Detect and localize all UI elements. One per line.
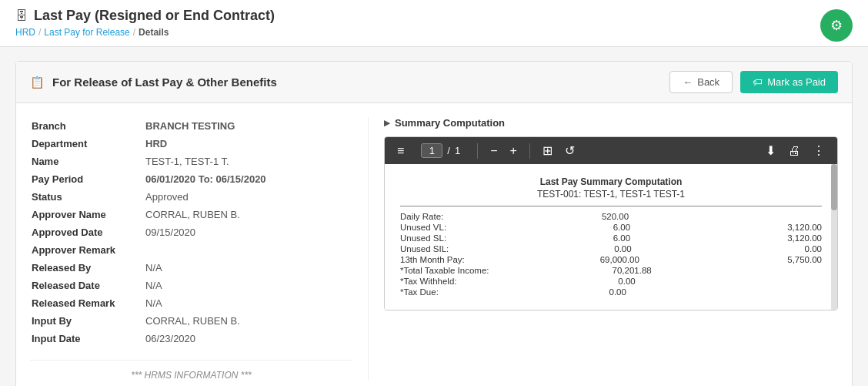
summary-panel: ▶ Summary Computation ≡ 1 / 1 − + [384,117,838,381]
info-key: Name [30,153,138,170]
info-value: BRANCH TESTING [138,117,352,135]
pdf-page-info: 1 / 1 [421,143,460,158]
pdf-doc-subtitle: TEST-001: TEST-1, TEST-1 TEST-1 [400,189,822,200]
breadcrumb-current: Details [139,27,169,38]
info-key: Branch [30,117,138,135]
info-row: Input ByCORRAL, RUBEN B. [30,312,352,330]
pdf-row-val1: 520.00 [575,212,629,221]
pdf-zoom-out-icon[interactable]: − [487,143,500,159]
card-actions: ← Back 🏷 Mark as Paid [669,71,838,93]
card-header: 📋 For Release of Last Pay & Other Benefi… [16,62,852,103]
pdf-menu-icon[interactable]: ≡ [394,143,407,159]
info-row: Released DateN/A [30,277,352,294]
pdf-row-val2 [760,212,822,221]
pdf-toolbar-sep2 [529,143,530,159]
pdf-row-val1: 6.00 [576,223,630,232]
header-left: 🗄 Last Pay (Resigned or End Contract) HR… [15,8,275,38]
pdf-row-val2 [760,287,822,297]
pdf-content: Last Pay Summary Computation TEST-001: T… [385,164,837,310]
pdf-print-icon[interactable]: 🖨 [785,143,803,159]
pdf-page-current[interactable]: 1 [421,143,442,158]
pdf-row-val1: 70,201.88 [598,266,652,275]
breadcrumb-sep-1: / [38,27,41,38]
pdf-download-icon[interactable]: ⬇ [763,142,779,159]
pdf-row-val1: 0.00 [578,244,632,253]
pdf-row-val2: 5,750.00 [760,255,822,264]
page-main-title: Last Pay (Resigned or End Contract) [34,8,275,24]
info-table: BranchBRANCH TESTINGDepartmentHRDNameTES… [30,117,352,347]
info-value: N/A [138,259,352,277]
pdf-row-val2 [760,277,822,286]
pdf-row-label: Unused VL: [400,223,446,232]
info-key: Released Date [30,277,138,294]
pdf-scrollbar[interactable] [831,164,837,310]
pdf-row-val1: 6.00 [576,233,630,243]
info-row: Approver NameCORRAL, RUBEN B. [30,206,352,223]
page-title-row: 🗄 Last Pay (Resigned or End Contract) [15,8,275,24]
info-footer: *** HRMS INFORMATION *** [30,360,352,381]
pdf-row-val2 [760,266,822,275]
pdf-data-row: Unused VL: 6.00 3,120.00 [400,222,822,233]
breadcrumb: HRD / Last Pay for Release / Details [15,27,275,38]
info-key: Approver Remark [30,241,138,259]
info-key: Released By [30,259,138,277]
info-value: CORRAL, RUBEN B. [138,312,352,330]
breadcrumb-hrd[interactable]: HRD [15,27,35,38]
back-button[interactable]: ← Back [669,71,733,93]
info-row: DepartmentHRD [30,135,352,153]
pdf-more-icon[interactable]: ⋮ [810,142,828,159]
info-row: StatusApproved [30,188,352,206]
pdf-toolbar-sep [477,143,478,159]
breadcrumb-last-pay[interactable]: Last Pay for Release [44,27,129,38]
info-value: 06/23/2020 [138,330,352,347]
info-row: Approved Date09/15/2020 [30,223,352,241]
pdf-data-row: *Tax Due: 0.00 [400,287,822,297]
card-body: BranchBRANCH TESTINGDepartmentHRDNameTES… [16,103,852,386]
info-value: TEST-1, TEST-1 T. [138,153,352,170]
info-key: Approved Date [30,223,138,241]
main-card: 📋 For Release of Last Pay & Other Benefi… [15,61,853,386]
pdf-row-val2: 3,120.00 [760,223,822,232]
breadcrumb-sep-2: / [133,27,135,38]
info-panel: BranchBRANCH TESTINGDepartmentHRDNameTES… [30,117,369,381]
info-key: Status [30,188,138,206]
info-value: HRD [138,135,352,153]
pdf-fit-icon[interactable]: ⊞ [539,142,556,159]
info-row: BranchBRANCH TESTING [30,117,352,135]
pdf-row-val2: 3,120.00 [760,233,822,243]
pdf-row-val1: 0.00 [582,277,636,286]
info-row: Released ByN/A [30,259,352,277]
pdf-zoom-in-icon[interactable]: + [507,143,520,159]
info-key: Pay Period [30,170,138,188]
mark-as-paid-button[interactable]: 🏷 Mark as Paid [740,71,838,93]
pdf-row-val1: 69,000.00 [586,255,639,264]
pdf-row-label: Unused SL: [400,233,446,243]
pdf-data-row: 13th Month Pay: 69,000.00 5,750.00 [400,254,822,265]
card-header-icon: 📋 [30,76,45,89]
info-value: 06/01/2020 To: 06/15/2020 [138,170,352,188]
summary-header-label: Summary Computation [395,117,505,129]
pdf-scrollbar-thumb[interactable] [831,164,837,210]
info-key: Input By [30,312,138,330]
back-arrow-icon: ← [683,76,693,88]
info-row: NameTEST-1, TEST-1 T. [30,153,352,170]
pdf-row-label: *Tax Withheld: [400,277,457,286]
info-value: N/A [138,277,352,294]
info-value: CORRAL, RUBEN B. [138,206,352,223]
pdf-toolbar: ≡ 1 / 1 − + ⊞ ↺ ⬇ 🖨 [385,137,837,164]
info-value: N/A [138,294,352,312]
pdf-rotate-icon[interactable]: ↺ [562,142,578,159]
pdf-data-row: *Tax Withheld: 0.00 [400,276,822,287]
pdf-data-row: Daily Rate: 520.00 [400,211,822,222]
pdf-row-label: Unused SIL: [400,244,449,253]
gear-button[interactable]: ⚙ [820,9,853,42]
info-key: Input Date [30,330,138,347]
info-row: Released RemarkN/A [30,294,352,312]
info-key: Released Remark [30,294,138,312]
pdf-divider [400,206,822,206]
info-value: Approved [138,188,352,206]
pdf-doc-title: Last Pay Summary Computation [400,176,822,187]
mark-paid-label: Mark as Paid [767,76,826,88]
summary-header: ▶ Summary Computation [384,117,838,129]
mark-paid-icon: 🏷 [753,76,763,88]
